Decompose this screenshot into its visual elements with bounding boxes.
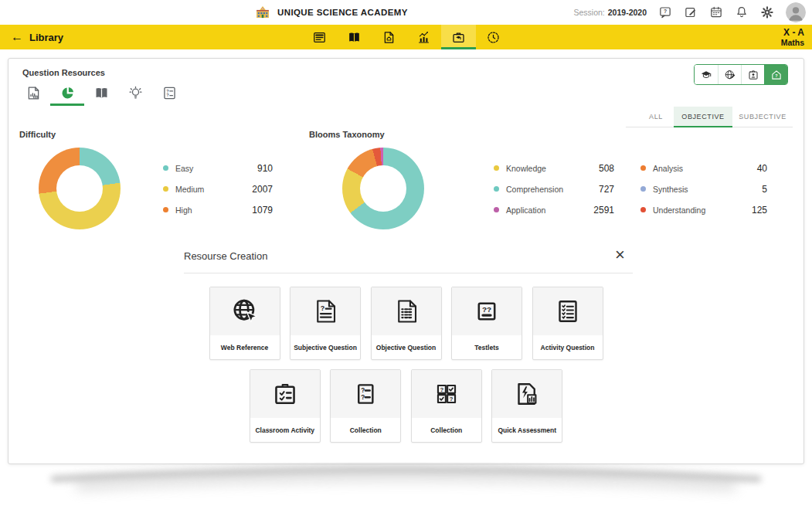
legend-row: Medium 2007	[163, 178, 273, 199]
nav-item-resources-bag-icon[interactable]	[441, 25, 476, 49]
legend-row: Comprehension 727	[494, 178, 614, 199]
question-type-tabs: ALL OBJECTIVE SUBJECTIVE	[626, 107, 793, 127]
card-label: Collection	[412, 418, 481, 442]
card-activity-question[interactable]: Activity Question	[532, 287, 603, 360]
card-collection-list[interactable]: ? ? Collection	[330, 369, 401, 443]
card-label: Collection	[331, 418, 400, 442]
testlets-icon: ??	[452, 287, 522, 335]
svg-text:?: ?	[775, 73, 777, 78]
card-label: Web Reference	[210, 335, 280, 359]
card-label: Objective Question	[372, 335, 441, 359]
grad-cap-icon-button[interactable]	[695, 65, 718, 84]
quick-assessment-icon	[492, 370, 562, 418]
resource-scope-button-group: ?	[694, 64, 788, 85]
app: UNIQUE SCIENCE ACADEMY Session: 2019-202…	[0, 0, 812, 506]
card-subjective-question[interactable]: ? Subjective Question	[290, 287, 361, 360]
avatar[interactable]	[786, 2, 806, 22]
session-info: Session: 2019-2020	[574, 8, 647, 17]
card-label: Testlets	[452, 335, 522, 359]
web-reference-icon	[210, 287, 280, 335]
resource-cards-row1: Web Reference ? Subjective Question	[8, 287, 804, 360]
tab-bulb-icon[interactable]	[118, 82, 152, 104]
blooms-legend-col1: Knowledge 508 Comprehension 727 Applicat…	[494, 158, 614, 220]
legend-dot	[163, 186, 168, 192]
card-collection-grid[interactable]: ? ? Collection	[411, 369, 482, 443]
card-label: Classroom Activity	[250, 418, 320, 442]
legend-dot	[640, 165, 646, 171]
card-label: Activity Question	[533, 335, 603, 359]
activity-question-icon	[533, 287, 603, 335]
legend-dot	[494, 207, 499, 212]
resource-view-tabstrip: ? ?	[16, 82, 186, 104]
tab-question-list-icon[interactable]: ? ?	[152, 82, 186, 104]
nav-item-news-icon[interactable]	[302, 25, 337, 49]
legend-value: 910	[257, 163, 273, 174]
nav-item-doc-home-icon[interactable]	[372, 25, 406, 49]
resource-creation-title: Resourse Creation	[184, 250, 267, 262]
legend-dot	[640, 186, 646, 192]
svg-text:?: ?	[440, 386, 443, 393]
legend-value: 1079	[252, 205, 273, 216]
close-icon[interactable]: ×	[615, 246, 625, 263]
notifications-icon[interactable]	[735, 5, 749, 19]
svg-text:??: ??	[482, 305, 491, 314]
legend-value: 5	[762, 184, 767, 195]
home-question-icon-button[interactable]: ?	[764, 65, 787, 84]
legend-label: Knowledge	[506, 164, 546, 173]
topbar-actions: Session: 2019-2020 ?	[574, 0, 807, 25]
card-classroom-activity[interactable]: Classroom Activity	[250, 369, 321, 443]
session-value: 2019-2020	[608, 8, 647, 17]
nav-item-history-clock-icon[interactable]	[476, 25, 511, 49]
tab-report-doc-icon[interactable]	[16, 82, 50, 104]
class-info: X - A Maths	[781, 27, 804, 48]
nav-item-book-icon[interactable]	[337, 25, 372, 49]
svg-text:?: ?	[362, 387, 365, 394]
legend-label: Application	[506, 205, 545, 215]
legend-value: 2007	[252, 184, 273, 195]
back-arrow-icon: ←	[11, 31, 23, 43]
collection-grid-icon: ? ?	[412, 370, 481, 418]
calendar-icon[interactable]	[709, 5, 723, 19]
divider	[184, 273, 633, 273]
tab-pie-chart-icon[interactable]	[50, 82, 84, 104]
tab-subjective[interactable]: SUBJECTIVE	[732, 107, 793, 127]
back-label: Library	[29, 32, 63, 43]
globe-edit-icon-button[interactable]	[718, 65, 741, 84]
legend-label: Comprehension	[506, 185, 563, 194]
settings-gear-icon[interactable]	[760, 5, 774, 19]
legend-row: High 1079	[163, 199, 273, 220]
app-title: UNIQUE SCIENCE ACADEMY	[277, 8, 408, 17]
legend-row: Synthesis 5	[640, 178, 767, 199]
school-logo-icon	[255, 5, 270, 20]
classroom-activity-icon	[250, 370, 320, 418]
legend-label: Medium	[175, 185, 204, 194]
back-button[interactable]: ← Library	[11, 25, 63, 49]
blooms-chart-title: Blooms Taxonomy	[309, 130, 385, 139]
nav-item-analytics-icon[interactable]	[406, 25, 441, 49]
legend-label: Understanding	[653, 205, 705, 215]
tab-book-icon[interactable]	[84, 82, 118, 104]
svg-text:?: ?	[664, 8, 667, 14]
help-icon[interactable]: ?	[658, 5, 672, 19]
card-web-reference[interactable]: Web Reference	[209, 287, 280, 360]
blooms-donut-chart	[342, 148, 424, 229]
legend-value: 508	[599, 163, 614, 174]
tab-objective[interactable]: OBJECTIVE	[674, 107, 732, 127]
legend-dot	[494, 186, 499, 192]
class-subject: Maths	[781, 38, 804, 48]
tab-all[interactable]: ALL	[638, 107, 674, 127]
difficulty-legend: Easy 910 Medium 2007 High 1079	[163, 158, 273, 220]
legend-value: 2591	[593, 205, 614, 216]
badge-person-icon-button[interactable]	[741, 65, 764, 84]
legend-dot	[640, 207, 646, 212]
card-testlets[interactable]: ?? Testlets	[451, 287, 522, 360]
legend-value: 40	[757, 163, 767, 174]
compose-icon[interactable]	[684, 5, 698, 19]
legend-row: Knowledge 508	[494, 158, 614, 178]
subjective-question-icon: ?	[290, 287, 360, 335]
navbar: ← Library	[0, 25, 812, 49]
card-objective-question[interactable]: Objective Question	[371, 287, 442, 360]
card-quick-assessment[interactable]: Quick Assessment	[491, 369, 562, 443]
brand: UNIQUE SCIENCE ACADEMY	[255, 0, 408, 25]
legend-value: 125	[752, 205, 767, 216]
